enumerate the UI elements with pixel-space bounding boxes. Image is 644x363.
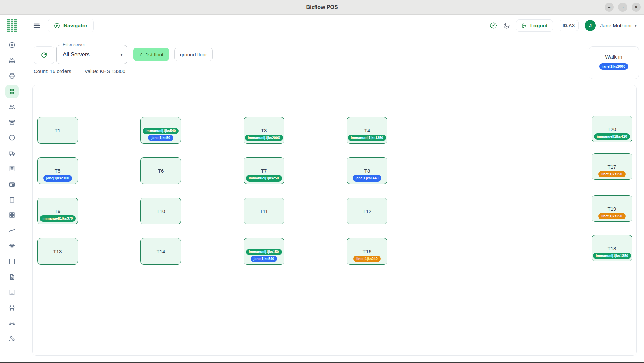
floor-chip-1st-floor[interactable]: ✓ 1st floot [133,48,169,61]
walk-in-card[interactable]: Walk in jane|1|ks2000 [589,46,639,79]
table-T3[interactable]: T3immanuel|1|ks2000 [244,117,284,144]
table-T14[interactable]: T14 [140,238,181,265]
table-T10[interactable]: T10 [140,198,181,224]
dark-mode-moon-icon[interactable] [503,22,510,29]
order-badge: immanuel|1|ks1350 [348,135,386,141]
table-label: T8 [347,168,387,173]
bottom-window-edge [0,362,644,363]
sidebar-item-navigator[interactable] [5,37,19,53]
sidebar-item-print[interactable] [5,68,19,84]
clipboard-icon [5,193,19,206]
table-T18[interactable]: T18immanuel|1|ks1350 [592,235,632,261]
chevron-down-icon[interactable]: ▾ [634,23,637,28]
sidebar-item-apps[interactable] [5,207,19,223]
sidebar-item-analytics[interactable] [5,223,19,238]
table-T19[interactable]: T19linet|1|ks250 [592,195,632,222]
sliders-icon [5,301,19,315]
order-badge: jane|1|ks540 [251,256,277,262]
session-id-badge: ID:AX [559,20,579,31]
sidebar-item-floor-plan[interactable] [5,316,19,331]
sidebar-item-orders-list[interactable] [5,161,19,176]
table-label: T4 [347,127,387,133]
sidebar-item-invoices[interactable] [5,269,19,285]
floor-chip-ground-floor[interactable]: ground floor [174,48,213,61]
sidebar-item-payments[interactable] [5,176,19,192]
table-T7[interactable]: T7immanuel|1|ks250 [244,157,284,184]
receipt-lines-icon [5,162,19,175]
table-T1[interactable]: T1 [37,117,78,144]
main-content: Filter server All Servers ▾ ✓ 1st floot … [24,36,644,363]
table-T11[interactable]: T11 [244,198,284,224]
apps-grid-icon [5,208,19,222]
logout-label: Logout [530,23,548,28]
wallet-icon [5,177,19,191]
sidebar-item-settings[interactable] [5,300,19,316]
minimize-icon[interactable]: – [605,3,614,12]
ledger-icon [5,286,19,299]
table-T5[interactable]: T5jane|1|ks2100 [37,157,78,184]
table-label: T6 [141,168,181,173]
sidebar-item-user-admin[interactable] [5,331,19,347]
table-T15[interactable]: T15immanuel|1|ks150jane|1|ks540 [244,238,284,265]
table-label: T13 [38,248,78,254]
sidebar-item-bank[interactable] [5,238,19,254]
navigator-label: Navigator [63,23,88,29]
sidebar-item-delivery[interactable] [5,146,19,161]
table-T16[interactable]: T16linet|1|ks240 [347,238,387,265]
menu-icon[interactable] [31,20,42,31]
logout-icon [521,23,527,29]
order-badge: jane|1|ks2100 [43,175,72,182]
order-badge: linet|1|ks250 [598,213,626,219]
order-badge: immanuel|1|ks540 [143,128,179,134]
logout-button[interactable]: Logout [516,19,553,32]
sidebar-item-tasks[interactable] [5,192,19,207]
navigator-button[interactable]: Navigator [48,19,94,32]
server-filter-value: All Servers [63,51,90,58]
check-icon: ✓ [139,52,143,57]
sidebar-item-register[interactable] [5,53,19,68]
order-badge: jane|1|ks1440 [353,175,382,182]
avatar[interactable]: J [585,20,596,31]
sidebar-item-reports[interactable] [5,254,19,269]
maximize-icon[interactable]: ▫ [618,3,627,12]
window-title: Bizflow POS [306,4,338,10]
verified-badge-icon[interactable] [489,22,497,29]
sidebar-item-inventory[interactable] [5,115,19,130]
sidebar-item-customers[interactable] [5,99,19,115]
table-T12[interactable]: T12 [347,198,387,224]
orders-value: Value: KES 13300 [85,68,125,74]
table-label: T9 [38,208,78,214]
walk-in-order-badge: jane|1|ks2000 [599,63,628,70]
table-T6[interactable]: T6 [140,157,181,184]
table-T4[interactable]: T4immanuel|1|ks1350 [347,117,387,144]
server-filter-select[interactable]: Filter server All Servers ▾ [56,45,127,64]
invoice-icon [5,270,19,284]
table-label: T11 [244,208,284,214]
printer-icon [5,69,19,83]
table-T8[interactable]: T8jane|1|ks1440 [347,157,387,184]
truck-icon [5,147,19,160]
table-label: T16 [347,248,387,254]
table-label: T12 [347,208,387,214]
compass-icon [54,22,60,29]
table-T20[interactable]: T20immanuel|1|ks420 [592,116,632,142]
order-badge: immanuel|1|ks150 [246,249,282,255]
table-T17[interactable]: T17linet|1|ks250 [592,153,632,180]
table-label: T3 [244,127,284,133]
table-T9[interactable]: T9immanuel|1|ks370 [37,198,78,224]
order-badge: linet|1|ks250 [598,171,626,177]
table-icon [5,317,19,330]
orders-count: Count: 16 orders [34,68,71,74]
close-icon[interactable]: ✕ [632,3,641,12]
table-T13[interactable]: T13 [37,238,78,265]
table-label: T1 [38,127,78,133]
sidebar-item-ledger[interactable] [5,285,19,300]
table-label: T20 [592,126,632,132]
sidebar-item-history[interactable] [5,130,19,146]
order-badge: immanuel|1|ks370 [40,215,76,222]
user-name[interactable]: Jane Muthoni [600,23,631,29]
table-T2[interactable]: T2immanuel|1|ks540jane|1|ks50 [140,117,181,144]
user-gear-icon [5,332,19,346]
refresh-button[interactable] [34,46,54,64]
sidebar-item-tables[interactable] [5,84,19,99]
